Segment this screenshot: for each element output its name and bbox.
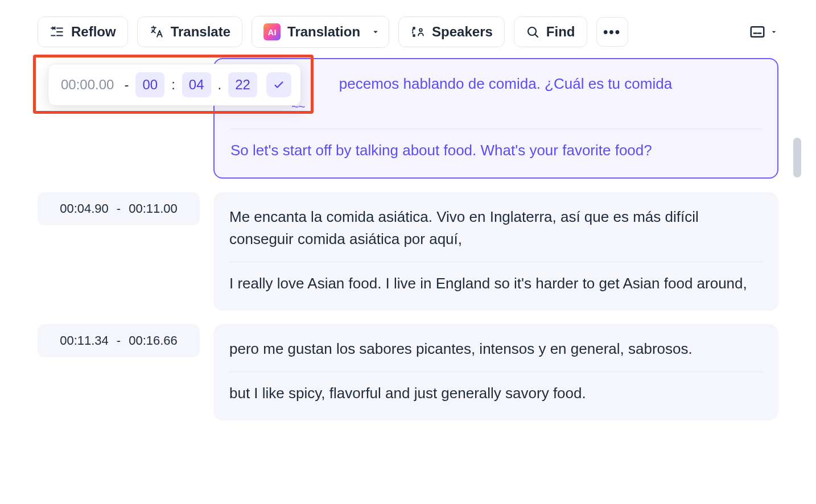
reflow-icon [50,24,64,39]
segment-source-text[interactable]: Me encanta la comida asiática. Vivo en I… [229,206,763,250]
scrollbar-thumb[interactable] [793,138,801,177]
search-icon [526,25,539,39]
timestamp-cs-input[interactable]: 22 [228,72,257,97]
ellipsis-icon: ••• [603,24,621,40]
timestamp-confirm-button[interactable] [266,72,291,97]
time-end: 00:16.66 [129,333,178,348]
segment-divider [229,262,763,262]
translation-dropdown-button[interactable]: AI Translation [252,16,389,48]
view-mode-toggle[interactable] [749,23,778,40]
time-dash: - [117,201,121,216]
transcript-content: 00:00.00 - 00 : 04 . 22 XXXXXXXXXXXpecem… [15,58,801,457]
timestamp-dot: . [217,77,223,93]
transcript-row: 00:04.90 - 00:11.00 Me encanta la comida… [38,192,778,311]
segment-translation-text[interactable]: So let's start off by talking about food… [230,139,761,162]
reflow-label: Reflow [71,24,116,40]
timestamp-ss-input[interactable]: 04 [182,72,211,97]
subtitle-view-icon [749,23,766,40]
time-start: 00:04.90 [60,201,109,216]
chevron-down-icon [769,27,778,36]
svg-point-1 [528,27,536,35]
toolbar: Reflow Translate AI Translation Speakers [15,6,801,58]
reflow-button[interactable]: Reflow [38,16,128,47]
chevron-down-icon [370,27,381,37]
time-end: 00:11.00 [129,201,178,216]
svg-point-0 [419,28,422,31]
segment-translation-text[interactable]: I really love Asian food. I live in Engl… [229,272,763,295]
speakers-label: Speakers [432,24,493,40]
timestamp-start-readonly: 00:00.00 [57,73,117,96]
translate-button[interactable]: Translate [137,16,242,47]
time-chip[interactable]: 00:11.34 - 00:16.66 [38,324,200,357]
editor-page: Reflow Translate AI Translation Speakers [6,6,810,457]
time-dash: - [117,333,121,348]
speakers-icon [410,24,425,39]
timestamp-editor-popover: 00:00.00 - 00 : 04 . 22 [48,64,301,106]
segment-divider [230,129,761,129]
svg-rect-2 [751,27,764,37]
transcript-segment[interactable]: Me encanta la comida asiática. Vivo en I… [213,192,778,311]
time-start: 00:11.34 [60,333,109,348]
timestamp-mm-input[interactable]: 00 [135,72,164,97]
ai-badge-icon: AI [263,23,281,40]
find-label: Find [546,24,575,40]
translate-label: Translate [171,24,230,40]
timestamp-dash: - [123,77,130,93]
timestamp-colon: : [170,77,176,93]
speakers-button[interactable]: Speakers [398,16,505,47]
segment-source-text[interactable]: pero me gustan los sabores picantes, int… [229,338,763,360]
transcript-row: 00:11.34 - 00:16.66 pero me gustan los s… [38,324,778,420]
time-chip[interactable]: 00:04.90 - 00:11.00 [38,192,200,225]
translation-label: Translation [287,24,360,40]
segment-divider [229,371,763,372]
transcript-segment[interactable]: pero me gustan los sabores picantes, int… [213,324,778,420]
translate-icon [149,24,164,39]
check-icon [273,79,285,91]
segment-translation-text[interactable]: but I like spicy, flavorful and just gen… [229,382,763,404]
more-button[interactable]: ••• [596,17,628,47]
find-button[interactable]: Find [514,16,587,47]
segment-source-text[interactable]: XXXXXXXXXXXpecemos hablando de comida. ¿… [230,73,761,117]
